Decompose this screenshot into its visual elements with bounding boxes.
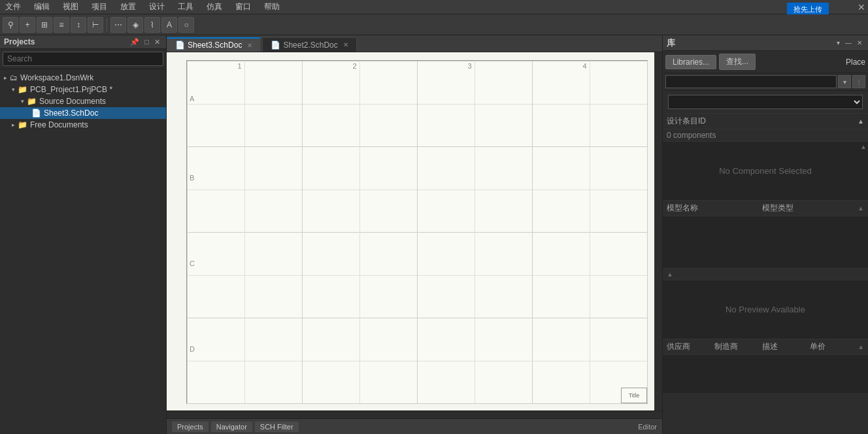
- toolbar-component-btn[interactable]: ◈: [127, 17, 143, 33]
- menu-project[interactable]: 项目: [89, 0, 110, 14]
- tree-free-docs[interactable]: ▸ 📁 Free Documents: [0, 119, 166, 131]
- vertical-scrollbar[interactable]: [654, 52, 662, 410]
- schematic-area[interactable]: A B C D 1 2 3 4 Title: [167, 52, 654, 410]
- project-expand-icon: ▾: [12, 86, 15, 93]
- design-id-row: 设计条目ID ▲: [663, 114, 868, 129]
- schematic-sheet: A B C D 1 2 3 4 Title: [186, 60, 648, 404]
- toolbar-bus-btn[interactable]: ⋯: [110, 17, 126, 33]
- tree-sheet3[interactable]: 📄 Sheet3.SchDoc: [0, 107, 166, 119]
- libraries-button[interactable]: Libraries...: [665, 55, 716, 69]
- supplier-content-area: [663, 355, 868, 394]
- lib-panel-close-btn[interactable]: ✕: [855, 39, 864, 46]
- menu-view[interactable]: 视图: [60, 0, 81, 14]
- lib-panel-float-btn[interactable]: ▾: [835, 39, 842, 46]
- design-id-collapse-icon[interactable]: ▲: [858, 118, 864, 125]
- model-type-col-header: 模型类型: [762, 203, 858, 214]
- menu-design[interactable]: 设计: [146, 0, 167, 14]
- panel-float-btn[interactable]: □: [142, 38, 151, 46]
- row-label-D: D: [190, 345, 195, 353]
- bottom-tab-navigator[interactable]: Navigator: [211, 422, 252, 432]
- sheet3-label: Sheet3.SchDoc: [44, 108, 98, 118]
- col-label-3: 3: [467, 62, 471, 70]
- toolbar-ellipse-btn[interactable]: ○: [178, 17, 194, 33]
- place-button[interactable]: Place: [846, 58, 865, 67]
- editor-label: Editor: [638, 423, 657, 431]
- design-id-label: 设计条目ID: [667, 116, 858, 127]
- title-block: Title: [621, 388, 647, 403]
- grid-v-2: [417, 61, 418, 403]
- project-tree: ▸ 🗂 Workspace1.DsnWrk ▾ 📁 PCB_Project1.P…: [0, 69, 166, 434]
- panel-close-btn[interactable]: ✕: [152, 38, 162, 46]
- freedocs-expand-icon: ▸: [12, 122, 15, 128]
- menu-bar: 文件 编辑 视图 项目 放置 设计 工具 仿真 窗口 帮助 抢先上传 ✕: [0, 0, 868, 14]
- lib-search-dropdown-btn[interactable]: ▾: [838, 75, 851, 88]
- toolbar-arrow-btn[interactable]: ↕: [71, 17, 86, 33]
- tree-workspace[interactable]: ▸ 🗂 Workspace1.DsnWrk: [0, 72, 166, 84]
- model-section-collapse-icon[interactable]: ▲: [858, 205, 864, 212]
- tab-sheet2-close[interactable]: ✕: [343, 41, 348, 48]
- search-input[interactable]: [3, 52, 163, 66]
- center-area: 📄 Sheet3.SchDoc ✕ 📄 Sheet2.SchDoc ✕: [167, 35, 662, 434]
- sourcedocs-expand-icon: ▾: [21, 98, 24, 105]
- price-col-header: 单价: [810, 341, 858, 352]
- menu-file[interactable]: 文件: [3, 0, 24, 14]
- lib-dropdown[interactable]: [668, 95, 863, 109]
- menu-place[interactable]: 放置: [118, 0, 139, 14]
- tab-sheet3[interactable]: 📄 Sheet3.SchDoc ✕: [167, 37, 261, 52]
- bottom-tab-sch-filter[interactable]: SCH Filter: [255, 422, 299, 432]
- sourcedocs-label: Source Documents: [39, 97, 106, 106]
- schematic-canvas: A B C D 1 2 3 4 Title: [167, 52, 654, 410]
- grid-v-m2: [359, 61, 360, 403]
- close-window-icon[interactable]: ✕: [858, 2, 865, 12]
- horizontal-scrollbar[interactable]: [167, 410, 662, 418]
- lib-bottom-filler: [663, 394, 868, 434]
- col-label-2: 2: [352, 62, 356, 70]
- tab-sheet3-close[interactable]: ✕: [247, 42, 252, 49]
- menu-tools[interactable]: 工具: [175, 0, 196, 14]
- preview-section-collapse-icon[interactable]: ▲: [667, 271, 673, 278]
- toolbar-ruler-btn[interactable]: ⊢: [88, 17, 103, 33]
- left-panel-header: Projects 📌 □ ✕: [0, 35, 166, 49]
- bottom-tab-projects[interactable]: Projects: [172, 422, 209, 432]
- lib-search-options-btn[interactable]: ⋮: [852, 75, 865, 88]
- panel-pin-btn[interactable]: 📌: [128, 38, 141, 46]
- lib-search-input[interactable]: [665, 75, 837, 88]
- lib-dropdown-row: [663, 91, 868, 114]
- supplier-section-collapse-icon[interactable]: ▲: [858, 343, 864, 350]
- col-label-1: 1: [237, 62, 241, 70]
- grid-v-m4: [590, 61, 590, 403]
- menu-edit[interactable]: 编辑: [31, 0, 52, 14]
- panel-controls: 📌 □ ✕: [128, 38, 162, 46]
- toolbar-grid-btn[interactable]: ⊞: [37, 17, 52, 33]
- supplier-col-header: 供应商: [667, 341, 714, 352]
- menu-sim[interactable]: 仿真: [204, 0, 225, 14]
- tab-sheet2[interactable]: 📄 Sheet2.SchDoc ✕: [262, 37, 356, 52]
- component-section-collapse-icon[interactable]: ▲: [860, 143, 867, 150]
- project-label: PCB_Project1.PrjPCB *: [30, 85, 112, 94]
- manufacturer-col-header: 制造商: [714, 341, 762, 352]
- grid-v-1: [302, 61, 303, 403]
- toolbar-text-btn[interactable]: A: [161, 17, 177, 33]
- panel-title: Projects: [4, 37, 35, 46]
- grid-v-m3: [475, 61, 475, 403]
- lib-buttons-row: Libraries... 查找... Place: [663, 51, 868, 73]
- search-button[interactable]: 查找...: [719, 54, 756, 70]
- toolbar-wire-btn[interactable]: ⌇: [144, 17, 160, 33]
- lib-panel-minimize-btn[interactable]: —: [843, 39, 854, 46]
- bottom-tabs: Projects Navigator SCH Filter: [172, 422, 299, 432]
- no-preview-text: No Preview Available: [726, 305, 805, 314]
- tree-source-docs[interactable]: ▾ 📁 Source Documents: [0, 95, 166, 107]
- toolbar-align-btn[interactable]: ≡: [54, 17, 69, 33]
- toolbar-add-btn[interactable]: +: [20, 17, 35, 33]
- right-panel-header: 库 ▾ — ✕: [663, 35, 868, 51]
- col-label-4: 4: [582, 62, 586, 70]
- workspace-expand-icon: ▸: [4, 75, 7, 81]
- menu-help[interactable]: 帮助: [261, 0, 282, 14]
- tree-project[interactable]: ▾ 📁 PCB_Project1.PrjPCB *: [0, 84, 166, 95]
- menu-window[interactable]: 窗口: [233, 0, 254, 14]
- right-panel: 库 ▾ — ✕ Libraries... 查找... Place ▾ ⋮: [662, 35, 868, 434]
- grid-v-4: [647, 61, 648, 403]
- schematic-wrapper: A B C D 1 2 3 4 Title: [167, 52, 662, 410]
- row-label-C: C: [190, 259, 195, 267]
- toolbar-filter-btn[interactable]: ⚲: [3, 17, 18, 33]
